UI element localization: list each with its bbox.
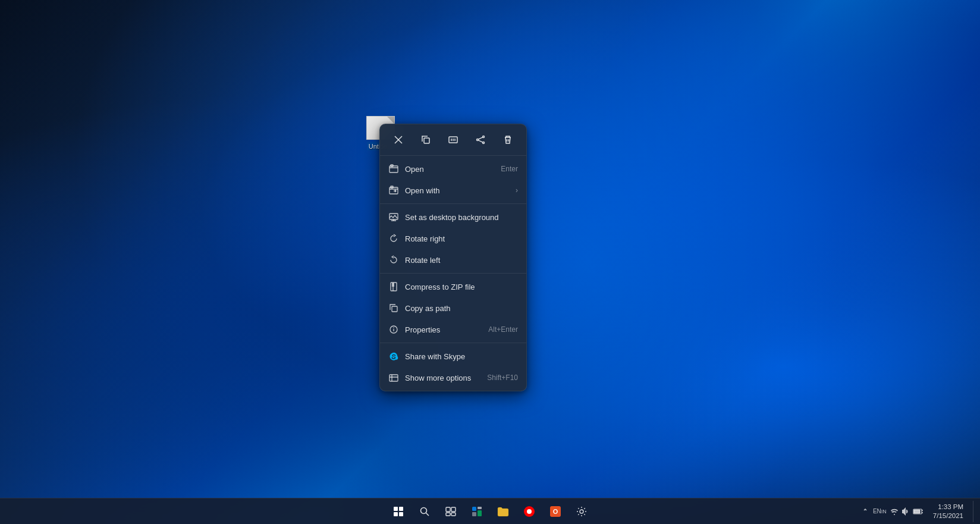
menu-item-compress-zip[interactable]: Compress to ZIP file [380, 276, 526, 297]
svg-point-9 [483, 142, 485, 144]
action-share-button[interactable] [470, 129, 491, 150]
tray-sound-icon[interactable] [901, 506, 912, 517]
menu-item-rotate-left[interactable]: Rotate left [380, 249, 526, 271]
divider-1 [380, 203, 526, 204]
action-cut-button[interactable] [388, 129, 409, 150]
menu-item-properties-label: Properties [405, 325, 483, 334]
svg-rect-43 [478, 510, 482, 516]
menu-item-compress-zip-label: Compress to ZIP file [405, 283, 518, 291]
menu-item-show-more-options-shortcut: Shift+F10 [487, 374, 518, 382]
menu-item-set-desktop-bg[interactable]: Set as desktop background [380, 206, 526, 228]
context-menu: Open Enter Open with › [379, 124, 527, 391]
tray-network-icon[interactable] [889, 506, 900, 517]
open-with-icon [388, 185, 399, 196]
svg-rect-38 [446, 513, 450, 516]
menu-item-properties-shortcut: Alt+Enter [488, 325, 518, 334]
taskbar-clock[interactable]: 1:33 PM 7/15/2021 [928, 501, 968, 522]
show-desktop-button[interactable] [973, 501, 975, 522]
menu-item-show-more-options[interactable]: Show more options Shift+F10 [380, 367, 526, 388]
tray-chevron-icon[interactable] [860, 506, 871, 517]
svg-rect-36 [446, 507, 450, 512]
open-icon [388, 164, 399, 174]
svg-rect-41 [478, 507, 482, 509]
taskbar-right: EN IN [860, 501, 975, 522]
svg-rect-2 [424, 138, 429, 143]
rotate-left-icon [388, 255, 399, 265]
action-delete-button[interactable] [497, 129, 519, 150]
taskbar-file-explorer-button[interactable] [491, 500, 515, 523]
start-button[interactable] [387, 500, 410, 523]
menu-item-open-with-label: Open with [405, 186, 516, 195]
taskbar-widgets-button[interactable] [465, 500, 489, 523]
clock-date: 7/15/2021 [933, 512, 963, 520]
menu-item-rotate-left-label: Rotate left [405, 256, 518, 265]
clock-time: 1:33 PM [938, 503, 963, 512]
taskbar-task-view-button[interactable] [439, 500, 463, 523]
compress-zip-icon [388, 281, 399, 292]
svg-rect-42 [472, 512, 476, 516]
divider-2 [380, 273, 526, 274]
svg-point-30 [393, 327, 394, 328]
taskbar-tray-icons: EN IN [860, 506, 924, 517]
tray-battery-icon[interactable] [913, 506, 924, 517]
svg-point-7 [483, 136, 485, 138]
menu-item-share-skype-label: Share with Skype [405, 352, 518, 361]
svg-rect-40 [472, 507, 476, 511]
svg-rect-37 [451, 507, 456, 512]
windows-logo-icon [394, 507, 403, 516]
svg-rect-14 [390, 166, 398, 172]
skype-icon [388, 351, 399, 362]
keyboard-lang-label: EN [873, 508, 881, 514]
properties-icon [388, 324, 399, 335]
svg-point-44 [580, 510, 583, 513]
svg-line-10 [479, 137, 483, 139]
menu-item-open-shortcut: Enter [501, 165, 518, 173]
svg-line-35 [426, 513, 429, 516]
menu-item-copy-as-path[interactable]: Copy as path [380, 297, 526, 319]
menu-item-open-label: Open [405, 165, 496, 174]
svg-point-34 [421, 507, 427, 513]
taskbar-office-button[interactable]: O [544, 500, 567, 523]
open-with-arrow-icon: › [516, 186, 518, 194]
svg-rect-31 [390, 375, 398, 381]
menu-item-open-with[interactable]: Open with › [380, 180, 526, 201]
action-rename-button[interactable] [442, 129, 464, 150]
svg-line-11 [479, 140, 483, 142]
context-menu-action-bar [380, 124, 526, 156]
svg-rect-27 [392, 306, 397, 312]
menu-item-show-more-options-label: Show more options [405, 374, 482, 382]
svg-rect-39 [451, 513, 456, 516]
menu-item-rotate-right[interactable]: Rotate right [380, 228, 526, 249]
set-desktop-bg-icon [388, 212, 399, 222]
taskbar: O EN IN [0, 498, 980, 524]
copy-as-path-icon [388, 303, 399, 313]
menu-item-properties[interactable]: Properties Alt+Enter [380, 319, 526, 340]
menu-item-rotate-right-label: Rotate right [405, 234, 518, 243]
svg-point-8 [477, 139, 479, 141]
taskbar-center-icons: O [387, 500, 593, 523]
taskbar-media-button[interactable] [517, 500, 541, 523]
rotate-right-icon [388, 233, 399, 244]
show-more-options-icon [388, 372, 399, 383]
keyboard-region-label: IN [881, 509, 887, 514]
svg-rect-48 [914, 510, 920, 513]
taskbar-search-button[interactable] [413, 500, 436, 523]
menu-item-share-skype[interactable]: Share with Skype [380, 346, 526, 367]
action-copy-button[interactable] [415, 129, 436, 150]
context-menu-items: Open Enter Open with › [380, 156, 526, 391]
menu-item-open[interactable]: Open Enter [380, 158, 526, 180]
menu-item-set-desktop-bg-label: Set as desktop background [405, 213, 518, 222]
divider-3 [380, 343, 526, 343]
taskbar-settings-button[interactable] [570, 500, 593, 523]
tray-keyboard-icon[interactable]: EN IN [872, 506, 888, 517]
menu-item-copy-as-path-label: Copy as path [405, 304, 518, 313]
